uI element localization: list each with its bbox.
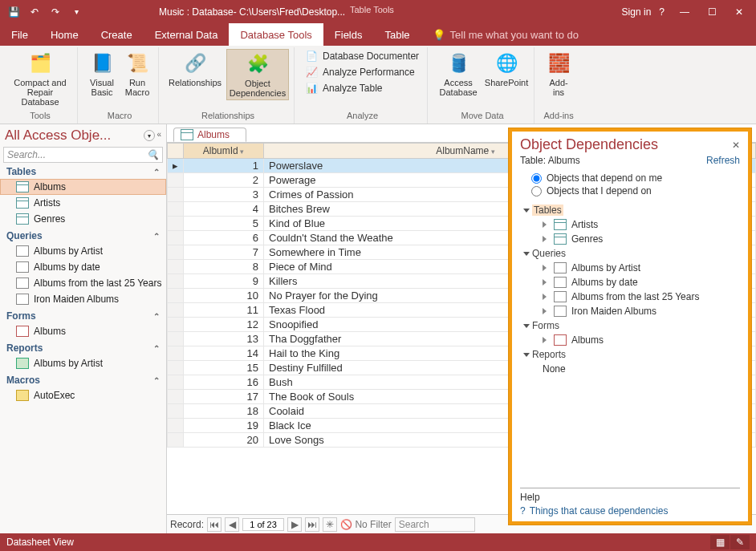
tab-file[interactable]: File xyxy=(0,23,39,46)
redo-icon[interactable]: ↷ xyxy=(45,2,66,22)
view-datasheet-icon[interactable]: ▦ xyxy=(710,535,730,549)
undo-icon[interactable]: ↶ xyxy=(24,2,45,22)
navgroup-header-reports[interactable]: Reports⌃ xyxy=(0,341,166,355)
cell-albumid[interactable]: 7 xyxy=(184,245,264,260)
tab-table[interactable]: Table xyxy=(374,23,421,46)
row-selector[interactable] xyxy=(168,202,184,217)
navitem-tables-1[interactable]: Artists xyxy=(0,195,166,211)
navitem-macros-0[interactable]: AutoExec xyxy=(0,387,166,403)
cell-albumid[interactable]: 4 xyxy=(184,202,264,217)
row-selector[interactable] xyxy=(168,274,184,289)
navgroup-header-macros[interactable]: Macros⌃ xyxy=(0,373,166,387)
navitem-tables-0[interactable]: Albums xyxy=(0,179,166,195)
row-selector[interactable] xyxy=(168,332,184,346)
cell-albumid[interactable]: 5 xyxy=(184,217,264,231)
navgroup-header-tables[interactable]: Tables⌃ xyxy=(0,164,166,179)
tell-me-search[interactable]: 💡Tell me what you want to do xyxy=(433,23,579,46)
row-selector[interactable] xyxy=(168,245,184,260)
tree-cat[interactable]: Queries xyxy=(520,246,740,261)
column-header-albumid[interactable]: AlbumId xyxy=(184,144,264,159)
row-selector[interactable] xyxy=(168,173,184,188)
signin-link[interactable]: Sign in xyxy=(622,6,652,18)
object-dependencies-button[interactable]: 🧩Object Dependencies xyxy=(226,49,289,100)
cell-albumid[interactable]: 15 xyxy=(184,361,264,375)
row-selector[interactable] xyxy=(168,346,184,361)
navgroup-header-queries[interactable]: Queries⌃ xyxy=(0,229,166,243)
sharepoint-button[interactable]: 🌐SharePoint xyxy=(484,49,529,89)
cell-albumid[interactable]: 19 xyxy=(184,419,264,433)
tree-leaf[interactable]: Albums by date xyxy=(520,275,740,290)
tree-cat[interactable]: Reports xyxy=(520,347,740,362)
navpane-title[interactable]: All Access Obje... xyxy=(5,128,111,144)
nav-prev-button[interactable]: ◀ xyxy=(225,517,239,532)
cell-albumid[interactable]: 1 xyxy=(184,159,264,173)
navitem-queries-3[interactable]: Iron Maiden Albums xyxy=(0,291,166,307)
navitem-tables-2[interactable]: Genres xyxy=(0,211,166,227)
cell-albumid[interactable]: 8 xyxy=(184,260,264,274)
panel-close-icon[interactable]: ✕ xyxy=(732,140,740,151)
tree-leaf[interactable]: Albums from the last 25 Years xyxy=(520,290,740,304)
cell-albumid[interactable]: 9 xyxy=(184,274,264,289)
navitem-queries-2[interactable]: Albums from the last 25 Years xyxy=(0,275,166,291)
row-selector[interactable] xyxy=(168,231,184,245)
relationships-button[interactable]: 🔗Relationships xyxy=(167,49,223,89)
row-selector[interactable] xyxy=(168,404,184,419)
cell-albumid[interactable]: 14 xyxy=(184,346,264,361)
cell-albumid[interactable]: 17 xyxy=(184,390,264,404)
nav-last-button[interactable]: ⏭ xyxy=(305,517,319,532)
tree-leaf[interactable]: Genres xyxy=(520,232,740,246)
row-selector[interactable] xyxy=(168,289,184,303)
view-design-icon[interactable]: ✎ xyxy=(730,535,750,549)
close-button[interactable]: ✕ xyxy=(726,1,753,23)
radio-i-depend-on[interactable]: Objects that I depend on xyxy=(531,185,740,196)
row-selector[interactable] xyxy=(168,433,184,448)
cell-albumid[interactable]: 18 xyxy=(184,404,264,419)
cell-albumid[interactable]: 2 xyxy=(184,173,264,188)
tree-leaf[interactable]: Artists xyxy=(520,217,740,232)
maximize-button[interactable]: ☐ xyxy=(698,1,726,23)
tree-leaf[interactable]: Albums xyxy=(520,333,740,347)
cell-albumid[interactable]: 10 xyxy=(184,289,264,303)
database-documenter-button[interactable]: 📄Database Documenter xyxy=(303,49,422,63)
help-link[interactable]: ?Things that cause dependencies xyxy=(520,505,740,517)
compact-repair-button[interactable]: 🗂️Compact and Repair Database xyxy=(8,49,72,108)
tree-cat[interactable]: Tables xyxy=(520,203,740,217)
tab-fields[interactable]: Fields xyxy=(323,23,374,46)
cell-albumid[interactable]: 16 xyxy=(184,375,264,390)
row-selector[interactable] xyxy=(168,217,184,231)
run-macro-button[interactable]: 📜Run Macro xyxy=(121,49,153,99)
record-position-input[interactable] xyxy=(242,518,284,531)
navitem-forms-0[interactable]: Albums xyxy=(0,323,166,339)
tab-create[interactable]: Create xyxy=(90,23,144,46)
tab-database-tools[interactable]: Database Tools xyxy=(229,23,323,46)
filter-indicator[interactable]: 🚫 No Filter xyxy=(340,519,392,530)
analyze-table-button[interactable]: 📊Analyze Table xyxy=(303,81,422,95)
row-selector[interactable] xyxy=(168,419,184,433)
help-icon[interactable]: ? xyxy=(659,6,665,18)
navitem-reports-0[interactable]: Albums by Artist xyxy=(0,355,166,371)
tree-leaf[interactable]: Albums by Artist xyxy=(520,261,740,275)
refresh-link[interactable]: Refresh xyxy=(706,155,740,166)
analyze-performance-button[interactable]: 📈Analyze Performance xyxy=(303,65,422,79)
radio-depend-on-me[interactable]: Objects that depend on me xyxy=(531,172,740,184)
navitem-queries-0[interactable]: Albums by Artist xyxy=(0,243,166,259)
row-selector[interactable] xyxy=(168,318,184,332)
qat-more-icon[interactable]: ▾ xyxy=(66,2,87,22)
datasheet-tab-albums[interactable]: Albums xyxy=(173,128,246,142)
cell-albumid[interactable]: 11 xyxy=(184,303,264,318)
minimize-button[interactable]: — xyxy=(671,1,698,23)
navpane-search-input[interactable]: Search...🔍 xyxy=(3,147,163,163)
visual-basic-button[interactable]: 📘Visual Basic xyxy=(86,49,118,99)
cell-albumid[interactable]: 13 xyxy=(184,332,264,346)
addins-button[interactable]: 🧱Add-ins xyxy=(543,49,575,99)
nav-new-button[interactable]: ✳ xyxy=(323,517,337,532)
row-selector[interactable] xyxy=(168,303,184,318)
row-selector[interactable] xyxy=(168,375,184,390)
row-selector[interactable] xyxy=(168,188,184,202)
navitem-queries-1[interactable]: Albums by date xyxy=(0,259,166,275)
tree-leaf[interactable]: Iron Maiden Albums xyxy=(520,304,740,318)
datasheet-search-input[interactable]: Search xyxy=(395,517,475,532)
row-selector[interactable] xyxy=(168,361,184,375)
tree-cat[interactable]: Forms xyxy=(520,318,740,333)
row-selector[interactable]: ▸ xyxy=(168,159,184,173)
